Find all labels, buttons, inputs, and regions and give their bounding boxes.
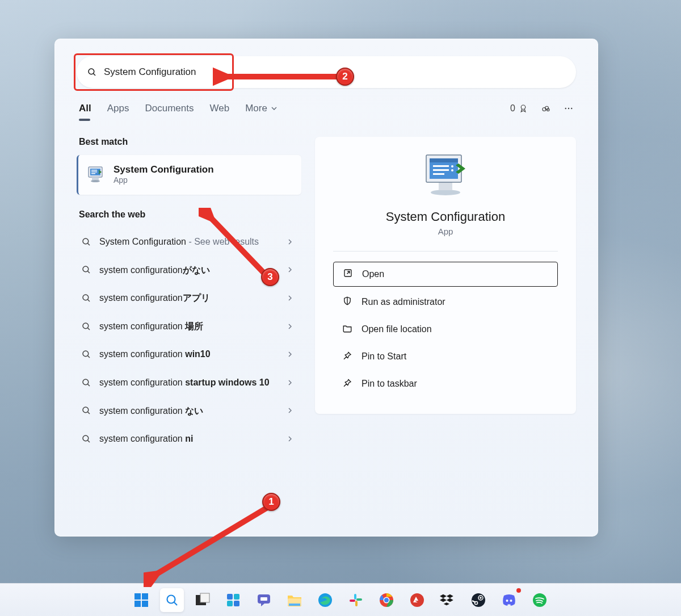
taskbar-steam[interactable] <box>466 588 490 612</box>
onedrive-icon[interactable] <box>541 103 551 114</box>
tab-more[interactable]: More <box>245 103 279 114</box>
svg-line-18 <box>87 271 90 274</box>
tab-documents[interactable]: Documents <box>145 103 194 114</box>
taskbar-spotify[interactable] <box>528 588 552 612</box>
svg-rect-60 <box>289 604 300 606</box>
web-result[interactable]: system configuration 場所 <box>77 312 301 341</box>
svg-rect-37 <box>433 169 449 171</box>
svg-point-7 <box>568 108 569 109</box>
svg-point-40 <box>451 169 453 171</box>
dropbox-icon <box>440 593 456 607</box>
svg-line-16 <box>87 243 90 245</box>
web-result[interactable]: system configurationアプリ <box>77 284 301 312</box>
chevron-right-icon <box>285 322 295 331</box>
web-result-text: system configuration ni <box>99 433 278 445</box>
taskbar-dropbox[interactable] <box>436 588 460 612</box>
chrome-icon <box>379 593 394 607</box>
svg-point-74 <box>506 600 508 602</box>
taskbar-taskview[interactable] <box>191 588 215 612</box>
action-label: Pin to Start <box>361 351 406 362</box>
action-pin-to-taskbar[interactable]: Pin to taskbar <box>333 372 558 396</box>
web-result[interactable]: system configuration win10 <box>77 340 301 368</box>
folder-icon <box>342 323 352 336</box>
divider <box>333 251 558 252</box>
taskbar-expressvpn[interactable] <box>405 588 429 612</box>
svg-line-20 <box>87 299 90 301</box>
taskbar-chrome[interactable] <box>375 588 398 612</box>
detail-title: System Configuration <box>333 209 558 224</box>
taskbar-widgets[interactable] <box>221 588 245 612</box>
action-label: Run as administrator <box>361 297 445 307</box>
svg-point-68 <box>384 598 389 602</box>
web-result-text: system configuration startup windows 10 <box>99 376 278 389</box>
taskbar-explorer[interactable] <box>283 588 306 612</box>
pin-icon <box>342 378 352 390</box>
chevron-down-icon <box>270 104 279 113</box>
svg-point-14 <box>91 180 100 182</box>
windows-icon <box>134 593 149 607</box>
taskbar-discord[interactable] <box>497 588 521 612</box>
action-run-as-administrator[interactable]: Run as administrator <box>333 290 558 314</box>
search-icon <box>165 593 179 607</box>
expressvpn-icon <box>410 593 424 607</box>
svg-point-15 <box>83 238 89 244</box>
svg-rect-55 <box>227 601 233 606</box>
web-result[interactable]: system configuration ni <box>77 425 301 453</box>
svg-line-1 <box>93 73 95 76</box>
svg-point-21 <box>83 323 89 329</box>
svg-rect-11 <box>91 170 97 171</box>
svg-point-27 <box>83 407 89 413</box>
tab-all[interactable]: All <box>79 103 91 114</box>
taskbar-search[interactable] <box>160 588 184 612</box>
web-result-text: system configuration win10 <box>99 348 278 361</box>
detail-column: System Configuration App OpenRun as admi… <box>315 137 576 520</box>
detail-subtitle: App <box>333 227 558 236</box>
chevron-right-icon <box>285 294 295 303</box>
tab-apps[interactable]: Apps <box>107 103 129 114</box>
steam-icon <box>471 593 486 607</box>
svg-rect-63 <box>356 598 362 601</box>
svg-rect-64 <box>355 601 358 606</box>
rewards-counter[interactable]: 0 <box>510 103 528 114</box>
taskbar-slack[interactable] <box>344 588 368 612</box>
svg-rect-35 <box>430 158 458 162</box>
svg-point-29 <box>83 435 89 441</box>
best-match-title: System Configuration <box>114 164 214 175</box>
svg-rect-13 <box>91 173 95 174</box>
svg-rect-52 <box>200 593 209 602</box>
medal-icon <box>518 103 528 114</box>
taskbar-start[interactable] <box>129 588 153 612</box>
action-open[interactable]: Open <box>333 262 558 287</box>
svg-rect-62 <box>354 594 356 600</box>
svg-rect-65 <box>350 600 355 602</box>
search-icon <box>81 293 91 303</box>
web-result[interactable]: system configuration ない <box>77 397 301 425</box>
chevron-right-icon <box>285 237 295 246</box>
svg-rect-58 <box>260 597 267 601</box>
svg-point-2 <box>521 105 526 110</box>
search-icon <box>87 67 97 77</box>
action-open-file-location[interactable]: Open file location <box>333 317 558 341</box>
chevron-right-icon <box>285 378 295 387</box>
detail-actions: OpenRun as administratorOpen file locati… <box>333 262 558 396</box>
svg-point-72 <box>480 597 482 599</box>
svg-rect-36 <box>433 165 449 167</box>
svg-point-8 <box>571 108 572 109</box>
svg-point-23 <box>83 351 89 357</box>
web-result[interactable]: system configuration startup windows 10 <box>77 368 301 397</box>
svg-rect-48 <box>142 601 148 607</box>
annotation-bubble-2: 2 <box>336 68 354 86</box>
best-match-result[interactable]: System Configuration App <box>77 155 301 195</box>
more-icon[interactable] <box>564 103 574 114</box>
svg-rect-45 <box>134 593 141 600</box>
best-match-header: Best match <box>79 137 299 147</box>
tab-web[interactable]: Web <box>209 103 229 114</box>
svg-point-25 <box>83 379 89 385</box>
taskbar-teams[interactable] <box>252 588 276 612</box>
web-result-text: system configurationアプリ <box>99 292 278 304</box>
search-icon <box>81 349 91 359</box>
action-pin-to-start[interactable]: Pin to Start <box>333 345 558 368</box>
search-icon <box>81 237 91 247</box>
action-label: Open <box>362 269 384 279</box>
taskbar-edge[interactable] <box>313 588 337 612</box>
